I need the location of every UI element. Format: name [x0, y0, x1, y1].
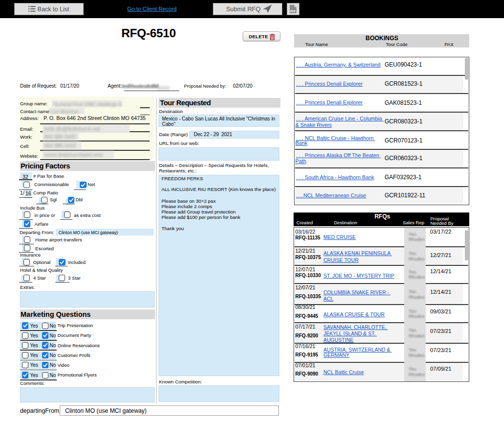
svg-text:PDF: PDF: [290, 10, 296, 13]
